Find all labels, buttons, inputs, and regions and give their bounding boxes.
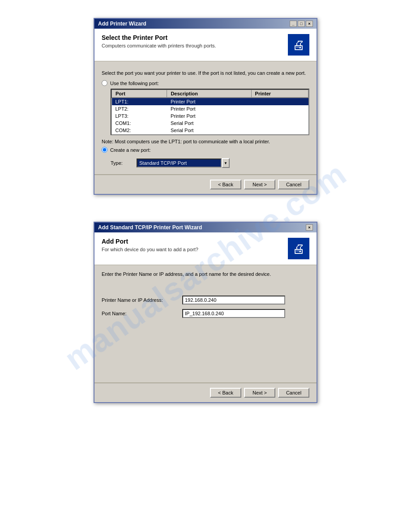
cell-description: Printer Port [167, 98, 251, 105]
port-name-label: Port Name: [102, 311, 182, 316]
dialog1-heading: Select the Printer Port [102, 34, 216, 41]
dialog2-body: Enter the Printer Name or IP address, an… [94, 265, 317, 382]
dialog2-title: Add Standard TCP/IP Printer Port Wizard [98, 224, 202, 231]
table-row[interactable]: LPT2:Printer Port [112, 105, 308, 112]
dialog2-instruction: Enter the Printer Name or IP address, an… [102, 271, 309, 277]
table-row[interactable]: LPT1:Printer Port [112, 98, 308, 105]
cell-port: COM2: [112, 127, 167, 134]
port-name-row: Port Name: [102, 309, 309, 318]
dialog1-next-button[interactable]: Next > [244, 180, 275, 189]
col-port: Port [112, 90, 167, 98]
cell-printer [251, 105, 308, 112]
dialog1-body: Select the port you want your printer to… [94, 61, 317, 174]
type-select-wrapper: Standard TCP/IP Port ▼ [137, 158, 230, 168]
type-row: Type: Standard TCP/IP Port ▼ [111, 158, 309, 168]
dialog1-header-text: Select the Printer Port Computers commun… [102, 34, 216, 48]
cell-description: Printer Port [167, 112, 251, 120]
port-table-scroll[interactable]: Port Description Printer LPT1:Printer Po… [111, 90, 308, 134]
port-table-container: Port Description Printer LPT1:Printer Po… [111, 89, 309, 135]
cell-printer [251, 134, 308, 134]
cell-printer [251, 127, 308, 134]
create-port-radio[interactable] [102, 147, 107, 153]
dialog2-heading: Add Port [102, 238, 198, 245]
dialog2-header: Add Port For which device do you want to… [94, 232, 317, 265]
dialog2-header-text: Add Port For which device do you want to… [102, 238, 198, 252]
table-row[interactable]: LPT3:Printer Port [112, 112, 308, 120]
table-row[interactable]: COM1:Serial Port [112, 120, 308, 127]
create-port-radio-label[interactable]: Create a new port: [102, 147, 309, 153]
port-table: Port Description Printer LPT1:Printer Po… [111, 90, 308, 134]
cell-port: LPT3: [112, 112, 167, 120]
cell-port: COM1: [112, 120, 167, 127]
cell-printer [251, 98, 308, 105]
cell-description: Serial Port [167, 134, 251, 134]
minimize-btn[interactable]: _ [290, 21, 297, 27]
printer-name-label: Printer Name or IP Address: [102, 297, 182, 303]
printer-name-input[interactable] [182, 296, 285, 305]
dialog2-subtext: For which device do you want to add a po… [102, 247, 198, 252]
dialog1-title: Add Printer Wizard [98, 21, 146, 27]
dialog1-icon: 🖨 [288, 34, 309, 56]
use-port-radio[interactable] [102, 80, 107, 86]
cell-port: COM3: [112, 134, 167, 134]
dialog1-cancel-button[interactable]: Cancel [278, 180, 309, 189]
titlebar-controls: _ □ × [290, 21, 313, 27]
dialog2-footer: < Back Next > Cancel [94, 383, 317, 402]
dialog1-subtext: Computers communicate with printers thro… [102, 43, 216, 48]
type-dropdown-btn[interactable]: ▼ [222, 158, 230, 168]
col-description: Description [167, 90, 251, 98]
printer-icon-2: 🖨 [292, 241, 305, 256]
dialog2-next-button[interactable]: Next > [244, 388, 275, 398]
dialog2-titlebar: Add Standard TCP/IP Printer Port Wizard … [94, 223, 317, 232]
dialog1-instruction: Select the port you want your printer to… [102, 70, 309, 76]
cell-printer [251, 112, 308, 120]
add-tcpip-port-wizard-dialog: Add Standard TCP/IP Printer Port Wizard … [94, 222, 317, 403]
dialog2-cancel-button[interactable]: Cancel [278, 388, 309, 398]
lpt1-note: Note: Most computers use the LPT1: port … [102, 139, 309, 144]
add-printer-wizard-dialog: Add Printer Wizard _ □ × Select the Prin… [94, 18, 317, 195]
use-port-radio-label[interactable]: Use the following port: [102, 80, 309, 86]
maximize-btn[interactable]: □ [298, 21, 305, 27]
type-label: Type: [111, 160, 133, 166]
cell-port: LPT2: [112, 105, 167, 112]
cell-description: Serial Port [167, 127, 251, 134]
dialog2-titlebar-controls: × [306, 224, 313, 231]
use-port-label: Use the following port: [110, 81, 159, 86]
new-port-section: Create a new port: Type: Standard TCP/IP… [102, 147, 309, 168]
dialog1-footer: < Back Next > Cancel [94, 175, 317, 194]
dialog1-back-button[interactable]: < Back [210, 180, 241, 189]
dialog1-titlebar: Add Printer Wizard _ □ × [94, 19, 317, 29]
close-btn[interactable]: × [306, 21, 313, 27]
port-name-input[interactable] [182, 309, 285, 318]
printer-icon: 🖨 [292, 38, 305, 52]
cell-printer [251, 120, 308, 127]
dialog2-close-btn[interactable]: × [306, 224, 313, 231]
printer-name-row: Printer Name or IP Address: [102, 296, 309, 305]
create-port-label: Create a new port: [110, 147, 151, 153]
dialog2-back-button[interactable]: < Back [210, 388, 241, 398]
type-dropdown-value[interactable]: Standard TCP/IP Port [137, 159, 222, 167]
table-row[interactable]: COM2:Serial Port [112, 127, 308, 134]
col-printer: Printer [251, 90, 308, 98]
cell-description: Printer Port [167, 105, 251, 112]
dialog1-header: Select the Printer Port Computers commun… [94, 29, 317, 61]
table-row[interactable]: COM3:Serial Port [112, 134, 308, 134]
dialog2-icon: 🖨 [288, 238, 309, 259]
cell-description: Serial Port [167, 120, 251, 127]
cell-port: LPT1: [112, 98, 167, 105]
